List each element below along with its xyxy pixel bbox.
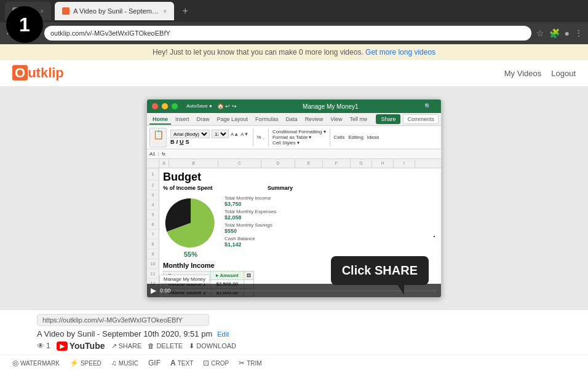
site-banner: Hey! Just to let you know that you can m… (0, 44, 588, 60)
watermark-tool[interactable]: ◎ WATERMARK (12, 359, 60, 367)
excel-search-icon[interactable]: 🔍 (424, 103, 431, 109)
row-14: 14 (147, 297, 159, 298)
excel-tab-pagelayout[interactable]: Page Layout (214, 115, 252, 125)
excel-font-select[interactable]: Arial (Body) (170, 130, 210, 138)
bookmark-icon[interactable]: ☆ (536, 28, 544, 38)
youtube-play-icon: ▶ (60, 343, 65, 350)
row-5: 5 (147, 210, 159, 220)
corner-cell (147, 159, 159, 168)
speed-label: SPEED (81, 360, 101, 367)
excel-titlebar: AutoSave ● 🏠 ↩ ↪ Manage My Money1 🔍 (147, 100, 441, 113)
speed-tool[interactable]: ⚡ SPEED (70, 359, 101, 367)
excel-tab-review[interactable]: Review (302, 115, 327, 125)
menu-icon[interactable]: ⋮ (574, 28, 583, 38)
tools-row: ◎ WATERMARK ⚡ SPEED ♫ MUSIC GIF A TEXT ⊡… (0, 354, 588, 371)
download-action[interactable]: ⬇ DOWNLOAD (189, 342, 236, 350)
crop-icon: ⊡ (203, 359, 209, 367)
logout-link[interactable]: Logout (551, 69, 576, 78)
excel-tab-view[interactable]: View (327, 115, 345, 125)
new-tab-button[interactable]: + (178, 4, 193, 18)
summary-area: Total Monthly Income $3,750 Total Monthl… (224, 195, 437, 258)
tooltip-text: Click SHARE (342, 264, 418, 277)
section-headers-row: % of Income Spent Summary (163, 183, 437, 193)
delete-icon: 🗑 (148, 342, 154, 350)
row-6: 6 (147, 220, 159, 230)
strikethrough-button[interactable]: S (186, 139, 189, 145)
excel-maximize-dot[interactable] (172, 103, 178, 109)
excel-font-size[interactable]: 12 (212, 130, 229, 138)
tab-favicon-2 (62, 7, 70, 15)
row-1: 1 (147, 168, 159, 181)
excel-tab-formulas[interactable]: Formulas (252, 115, 282, 125)
tab-close-1[interactable]: × (40, 8, 44, 15)
pie-label: 55% (184, 251, 197, 258)
address-bar[interactable]: outklip.com/v/-MGv3etWxIGTOkeoEBfY (44, 26, 531, 41)
col-header-g: G (351, 159, 372, 168)
font-size-decrease[interactable]: A▼ (240, 131, 248, 137)
toolbar-icons-excel: 🏠 ↩ ↪ (217, 103, 237, 109)
excel-column-headers: A B C D E F G H I (147, 159, 441, 168)
excel-close-dot[interactable] (152, 103, 158, 109)
excel-share-button[interactable]: Share (376, 114, 400, 124)
excel-tab-draw[interactable]: Draw (194, 115, 213, 125)
font-size-increase[interactable]: A▲ (231, 131, 239, 137)
extensions-icon[interactable]: 🧩 (549, 28, 560, 38)
excel-sheet-tab[interactable]: Manage My Money (159, 275, 210, 284)
banner-link[interactable]: Get more long videos (365, 48, 435, 57)
excel-window-title: Manage My Money1 (237, 103, 424, 110)
ribbon-divider-1 (253, 128, 253, 147)
trim-icon: ✂ (239, 359, 245, 367)
row-11: 11 (147, 269, 159, 279)
trim-label: TRIM (247, 360, 261, 367)
bold-button[interactable]: B (170, 139, 175, 145)
music-tool[interactable]: ♫ MUSIC (111, 359, 138, 367)
trim-tool[interactable]: ✂ TRIM (239, 359, 261, 367)
excel-tab-data[interactable]: Data (283, 115, 301, 125)
account-icon[interactable]: ● (565, 28, 570, 38)
share-label: SHARE (119, 342, 142, 350)
play-button[interactable]: ▶ (151, 286, 156, 295)
excel-formula-bar: A1 | fx (147, 149, 441, 159)
summary-total-expenses: Total Monthly Expenses $2,058 (224, 209, 437, 221)
delete-action[interactable]: 🗑 DELETE (148, 342, 183, 350)
col-header-c: C (218, 159, 261, 168)
gif-tool[interactable]: GIF (148, 359, 161, 367)
excel-tab-tellme[interactable]: Tell me (347, 115, 371, 125)
excel-tab-home[interactable]: Home (149, 115, 171, 125)
site-header: Outklip My Videos Logout (0, 60, 588, 87)
total-income-value: $3,750 (224, 201, 437, 207)
delete-label: DELETE (156, 342, 183, 350)
row-4: 4 (147, 200, 159, 210)
excel-comments-button[interactable]: Comments (403, 114, 439, 124)
browser-toolbar: ← → ↻ outklip.com/v/-MGv3etWxIGTOkeoEBfY… (0, 22, 588, 44)
browser-tab-active[interactable]: A Video by Sunil - September... × (55, 2, 174, 20)
total-savings-label: Total Monthly Savings (224, 222, 437, 228)
download-label: DOWNLOAD (196, 342, 236, 350)
underline-button[interactable]: U (180, 139, 184, 145)
excel-minimize-dot[interactable] (162, 103, 168, 109)
bottom-info-area: https://outklip.com/v/-MGv3etWxIGTOkeoEB… (0, 310, 588, 354)
address-text: outklip.com/v/-MGv3etWxIGTOkeoEBfY (50, 29, 170, 37)
excel-paste-area[interactable]: 📋 (149, 128, 167, 147)
my-videos-link[interactable]: My Videos (504, 69, 541, 78)
crop-tool[interactable]: ⊡ CROP (203, 359, 229, 367)
col-header-e: E (295, 159, 323, 168)
text-tool[interactable]: A TEXT (170, 359, 193, 367)
tab-close-2[interactable]: × (163, 8, 167, 15)
row-9: 9 (147, 249, 159, 259)
italic-button[interactable]: I (177, 139, 178, 145)
share-action[interactable]: ↗ SHARE (111, 342, 142, 350)
watermark-label: WATERMARK (20, 360, 60, 367)
share-icon: ↗ (111, 342, 117, 350)
cells-group: Cells (334, 135, 345, 140)
speed-icon: ⚡ (70, 359, 79, 367)
row-3: 3 (147, 190, 159, 200)
browser-titlebar: tes - × A Video by Sunil - September... … (0, 0, 588, 22)
total-expenses-value: $2,058 (224, 214, 437, 221)
summary-total-savings: Total Monthly Savings $550 (224, 222, 437, 234)
left-section-title: % of Income Spent (163, 185, 231, 191)
edit-link[interactable]: Edit (217, 330, 229, 338)
eye-icon: 👁 (37, 342, 44, 350)
excel-tab-insert[interactable]: Insert (172, 115, 193, 125)
ribbon-divider-3 (330, 128, 330, 147)
